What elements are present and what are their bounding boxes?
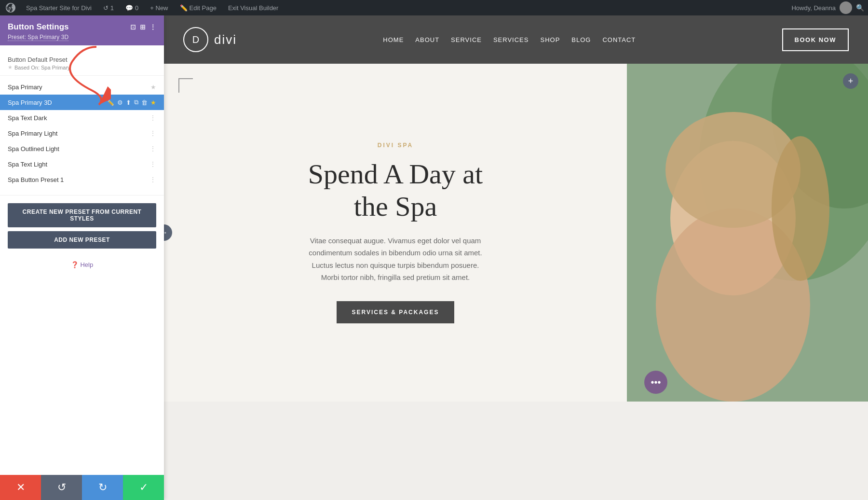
hero-left: DIVI SPA Spend A Day at the Spa Vitae co… xyxy=(164,64,627,402)
settings-preset-icon[interactable]: ⚙ xyxy=(117,99,123,106)
hero-content: DIVI SPA Spend A Day at the Spa Vitae co… xyxy=(285,123,506,342)
export-preset-icon[interactable]: ⬆ xyxy=(126,99,131,106)
left-panel: Button Settings ⊡ ⊞ ⋮ Preset: Spa Primar… xyxy=(0,15,164,500)
wordpress-logo[interactable] xyxy=(4,1,17,14)
preset-item-spa-text-dark[interactable]: Spa Text Dark ⋮ xyxy=(0,110,164,125)
site-logo: D divi xyxy=(183,27,237,52)
dots-icon: ⋮ xyxy=(149,160,156,168)
redo-button[interactable]: ↻ xyxy=(82,475,123,500)
help-text: Help xyxy=(80,261,93,268)
preset-name: Spa Text Light xyxy=(8,161,149,168)
more-icon[interactable]: ⋮ xyxy=(149,23,156,31)
cancel-button[interactable]: ✕ xyxy=(0,475,41,500)
website-area: D divi HOME ABOUT SERVICE SERVICES SHOP … xyxy=(164,15,868,500)
svg-point-7 xyxy=(772,136,829,281)
star-preset-icon[interactable]: ★ xyxy=(150,99,156,106)
dots-icon: ⋮ xyxy=(149,176,156,183)
preset-list: Spa Primary ★ Spa Primary 3D ✏️ ⚙ ⬆ ⧉ 🗑 … xyxy=(0,76,164,191)
nav-blog[interactable]: BLOG xyxy=(571,36,591,43)
hero-title: Spend A Day at the Spa xyxy=(304,158,487,222)
default-preset-group: Button Default Preset ★ Based On: Spa Pr… xyxy=(0,51,164,76)
based-on-text: Based On: Spa Primary xyxy=(14,65,70,70)
preset-name: Spa Outlined Light xyxy=(8,145,149,153)
panel-subtitle: Preset: Spa Primary 3D xyxy=(8,34,156,41)
admin-bar: Spa Starter Site for Divi ↺ 1 💬 0 + New … xyxy=(0,0,868,15)
duplicate-icon[interactable]: ⊡ xyxy=(130,23,136,31)
help-icon: ❓ xyxy=(71,261,79,268)
preset-item-spa-primary-3d[interactable]: Spa Primary 3D ✏️ ⚙ ⬆ ⧉ 🗑 ★ xyxy=(0,95,164,110)
site-name-text: Spa Starter Site for Divi xyxy=(26,4,92,12)
delete-preset-icon[interactable]: 🗑 xyxy=(141,99,148,106)
hero-section: DIVI SPA Spend A Day at the Spa Vitae co… xyxy=(164,64,868,402)
preset-item-spa-primary-light[interactable]: Spa Primary Light ⋮ xyxy=(0,125,164,141)
create-preset-button[interactable]: CREATE NEW PRESET FROM CURRENT STYLES xyxy=(8,203,156,227)
hero-tag: DIVI SPA xyxy=(304,142,487,149)
hero-image: + xyxy=(627,64,868,402)
nav-services[interactable]: SERVICES xyxy=(493,36,529,43)
preset-item-spa-button-preset-1[interactable]: Spa Button Preset 1 ⋮ xyxy=(0,172,164,187)
dots-icon: ⋮ xyxy=(149,129,156,137)
preset-buttons: CREATE NEW PRESET FROM CURRENT STYLES AD… xyxy=(0,195,164,256)
hero-image-placeholder xyxy=(627,64,868,402)
dots-icon: ⋮ xyxy=(149,145,156,153)
hero-cta-button[interactable]: SERVICES & PACKAGES xyxy=(337,301,455,323)
expand-arrow-button[interactable]: ↔ xyxy=(164,224,172,241)
comments-link[interactable]: 💬 0 xyxy=(122,0,141,15)
panel-header: Button Settings ⊡ ⊞ ⋮ Preset: Spa Primar… xyxy=(0,15,164,45)
logo-circle: D xyxy=(183,27,208,52)
default-preset-sub: ★ Based On: Spa Primary xyxy=(8,64,156,70)
panel-title-text: Button Settings xyxy=(8,22,69,32)
preset-content: Button Default Preset ★ Based On: Spa Pr… xyxy=(0,45,164,500)
logo-letter: D xyxy=(192,34,199,45)
undo-button[interactable]: ↺ xyxy=(41,475,82,500)
hero-text: Vitae consequat augue. Vivamus eget dolo… xyxy=(304,235,487,284)
revisions-link[interactable]: ↺ 1 xyxy=(100,0,117,15)
preset-name: Spa Text Dark xyxy=(8,114,149,122)
panel-title: Button Settings ⊡ ⊞ ⋮ xyxy=(8,22,156,32)
star-icon: ★ xyxy=(8,64,13,70)
nav-service[interactable]: SERVICE xyxy=(451,36,482,43)
preset-name: Spa Primary Light xyxy=(8,130,149,137)
default-preset-label: Button Default Preset xyxy=(8,56,156,63)
edit-preset-icon[interactable]: ✏️ xyxy=(107,99,114,106)
nav-home[interactable]: HOME xyxy=(383,36,404,43)
logo-text: divi xyxy=(214,32,237,47)
panel-title-icons: ⊡ ⊞ ⋮ xyxy=(130,23,156,31)
dots-icon: ⋮ xyxy=(149,114,156,122)
user-avatar[interactable] xyxy=(840,1,852,14)
preset-item-spa-text-light[interactable]: Spa Text Light ⋮ xyxy=(0,156,164,172)
edit-page-link[interactable]: ✏️ Edit Page xyxy=(177,0,219,15)
add-section-button[interactable]: + xyxy=(843,73,858,89)
nav-shop[interactable]: SHOP xyxy=(540,36,560,43)
admin-bar-right: Howdy, Deanna 🔍 xyxy=(791,1,864,14)
duplicate-preset-icon[interactable]: ⧉ xyxy=(134,98,138,106)
site-name-link[interactable]: Spa Starter Site for Divi xyxy=(23,0,95,15)
corner-bracket xyxy=(178,78,193,93)
preset-label[interactable]: Preset: Spa Primary 3D xyxy=(8,34,68,41)
preset-name: Spa Primary 3D xyxy=(8,99,107,106)
help-link[interactable]: ❓ Help xyxy=(0,256,164,273)
preset-item-spa-primary[interactable]: Spa Primary ★ xyxy=(0,80,164,95)
book-now-button[interactable]: BOOK NOW xyxy=(782,28,849,51)
main-layout: Button Settings ⊡ ⊞ ⋮ Preset: Spa Primar… xyxy=(0,0,868,500)
preset-name: Spa Primary xyxy=(8,83,150,91)
nav-contact[interactable]: CONTACT xyxy=(602,36,636,43)
site-header: D divi HOME ABOUT SERVICE SERVICES SHOP … xyxy=(164,15,868,64)
howdy-text: Howdy, Deanna xyxy=(791,4,836,12)
site-nav: HOME ABOUT SERVICE SERVICES SHOP BLOG CO… xyxy=(383,36,636,43)
add-preset-button[interactable]: ADD NEW PRESET xyxy=(8,231,156,249)
preset-name: Spa Button Preset 1 xyxy=(8,176,149,183)
preset-item-spa-outlined-light[interactable]: Spa Outlined Light ⋮ xyxy=(0,141,164,156)
nav-about[interactable]: ABOUT xyxy=(415,36,439,43)
new-link[interactable]: + New xyxy=(147,0,171,15)
exit-builder-link[interactable]: Exit Visual Builder xyxy=(225,0,282,15)
admin-search-icon[interactable]: 🔍 xyxy=(856,4,864,12)
bottom-toolbar: ✕ ↺ ↻ ✓ xyxy=(0,475,164,500)
preset-item-actions: ✏️ ⚙ ⬆ ⧉ 🗑 ★ xyxy=(107,98,156,106)
floating-dots-button[interactable]: ••• xyxy=(644,371,667,394)
save-button[interactable]: ✓ xyxy=(123,475,164,500)
layout-icon[interactable]: ⊞ xyxy=(140,23,146,31)
star-icon: ★ xyxy=(150,83,156,91)
